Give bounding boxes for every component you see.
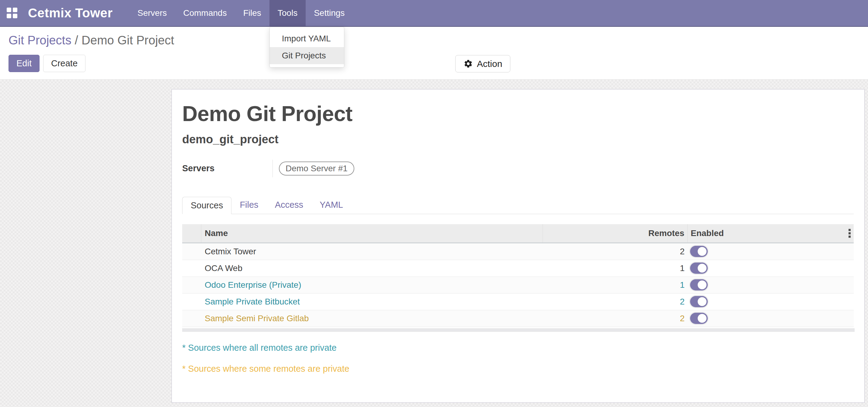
field-separator bbox=[273, 160, 273, 177]
main-menu: Servers Commands Files Tools Import YAML… bbox=[129, 0, 353, 26]
tab-yaml[interactable]: YAML bbox=[311, 196, 351, 214]
record-buttons: Edit Create bbox=[8, 55, 86, 72]
optional-columns-icon[interactable] bbox=[847, 227, 852, 239]
menu-item-commands[interactable]: Commands bbox=[175, 0, 235, 26]
table-row[interactable]: Odoo Enterprise (Private) 1 bbox=[182, 277, 854, 293]
table-body: Cetmix Tower 2 OCA Web 1 Odoo Enterprise… bbox=[182, 243, 854, 327]
create-button[interactable]: Create bbox=[43, 55, 86, 72]
brand-title: Cetmix Tower bbox=[28, 6, 113, 20]
servers-field-row: Servers Demo Server #1 bbox=[182, 159, 854, 178]
enabled-toggle[interactable] bbox=[690, 279, 708, 290]
table-row[interactable]: OCA Web 1 bbox=[182, 260, 854, 277]
sources-table: Name Remotes Enabled Cetmix Tower 2 OCA … bbox=[182, 224, 854, 332]
source-remotes-count: 1 bbox=[543, 280, 688, 290]
form-sheet: Demo Git Project demo_git_project Server… bbox=[172, 89, 865, 403]
table-header-remotes[interactable]: Remotes bbox=[543, 224, 688, 243]
dropdown-item-git-projects[interactable]: Git Projects bbox=[270, 47, 344, 64]
gear-icon bbox=[464, 59, 473, 68]
action-menu-button[interactable]: Action bbox=[455, 55, 510, 72]
menu-item-files[interactable]: Files bbox=[235, 0, 270, 26]
enabled-toggle[interactable] bbox=[690, 313, 708, 324]
menu-item-tools-label: Tools bbox=[278, 8, 298, 18]
record-title: Demo Git Project bbox=[182, 103, 854, 125]
row-select-cell bbox=[182, 243, 202, 260]
source-remotes-count: 2 bbox=[543, 297, 688, 307]
legend-all-private: * Sources where all remotes are private bbox=[182, 343, 854, 353]
enabled-toggle[interactable] bbox=[690, 246, 708, 257]
apps-grid-icon[interactable] bbox=[7, 8, 18, 19]
toggle-knob bbox=[698, 247, 707, 256]
source-name[interactable]: Odoo Enterprise (Private) bbox=[202, 280, 543, 290]
row-select-cell bbox=[182, 260, 202, 277]
tab-access[interactable]: Access bbox=[267, 196, 311, 214]
source-name[interactable]: OCA Web bbox=[202, 263, 543, 273]
menu-item-settings[interactable]: Settings bbox=[306, 0, 353, 26]
server-tag[interactable]: Demo Server #1 bbox=[279, 161, 354, 176]
table-row[interactable]: Cetmix Tower 2 bbox=[182, 243, 854, 260]
toggle-knob bbox=[698, 314, 707, 323]
dropdown-item-import-yaml[interactable]: Import YAML bbox=[270, 30, 344, 47]
row-select-cell bbox=[182, 310, 202, 327]
horizontal-scrollbar[interactable] bbox=[182, 328, 855, 332]
source-name[interactable]: Sample Semi Private Gitlab bbox=[202, 314, 543, 323]
breadcrumb-parent-link[interactable]: Git Projects bbox=[8, 33, 71, 47]
edit-button[interactable]: Edit bbox=[8, 55, 39, 72]
enabled-toggle[interactable] bbox=[690, 262, 708, 274]
action-menu-label: Action bbox=[477, 59, 502, 69]
source-name[interactable]: Sample Private Bitbucket bbox=[202, 297, 543, 307]
tab-sources[interactable]: Sources bbox=[182, 197, 231, 214]
enabled-toggle[interactable] bbox=[690, 296, 708, 307]
table-row[interactable]: Sample Private Bitbucket 2 bbox=[182, 293, 854, 310]
breadcrumb-separator-glyph: / bbox=[75, 33, 78, 47]
table-header-enabled[interactable]: Enabled bbox=[688, 224, 854, 243]
menu-item-tools[interactable]: Tools Import YAML Git Projects bbox=[270, 0, 306, 26]
legend-some-private: * Sources where some remotes are private bbox=[182, 364, 854, 374]
source-remotes-count: 1 bbox=[543, 263, 688, 273]
breadcrumb: Git Projects / Demo Git Project bbox=[8, 33, 174, 47]
menu-item-servers[interactable]: Servers bbox=[129, 0, 175, 26]
breadcrumb-current-label: Demo Git Project bbox=[82, 33, 174, 47]
table-header-select-column bbox=[182, 224, 202, 243]
source-remotes-count: 2 bbox=[543, 314, 688, 323]
notebook-tabs: Sources Files Access YAML bbox=[182, 196, 854, 214]
control-panel: Git Projects / Demo Git Project Edit Cre… bbox=[0, 27, 868, 80]
tools-dropdown-menu: Import YAML Git Projects bbox=[270, 27, 344, 67]
privacy-legend: * Sources where all remotes are private … bbox=[182, 343, 854, 374]
content-area: Demo Git Project demo_git_project Server… bbox=[0, 80, 868, 407]
toggle-knob bbox=[698, 264, 707, 273]
toggle-knob bbox=[698, 280, 707, 289]
table-row[interactable]: Sample Semi Private Gitlab 2 bbox=[182, 310, 854, 327]
source-remotes-count: 2 bbox=[543, 247, 688, 256]
source-name[interactable]: Cetmix Tower bbox=[202, 247, 543, 256]
tab-files[interactable]: Files bbox=[231, 196, 267, 214]
table-header-name[interactable]: Name bbox=[202, 224, 543, 243]
app-window: Cetmix Tower Servers Commands Files Tool… bbox=[0, 0, 868, 407]
servers-field-label: Servers bbox=[182, 163, 273, 174]
toggle-knob bbox=[698, 297, 707, 306]
table-header-row: Name Remotes Enabled bbox=[182, 224, 854, 243]
row-select-cell bbox=[182, 293, 202, 310]
row-select-cell bbox=[182, 277, 202, 293]
top-navbar: Cetmix Tower Servers Commands Files Tool… bbox=[0, 0, 868, 27]
record-technical-name: demo_git_project bbox=[182, 133, 854, 146]
